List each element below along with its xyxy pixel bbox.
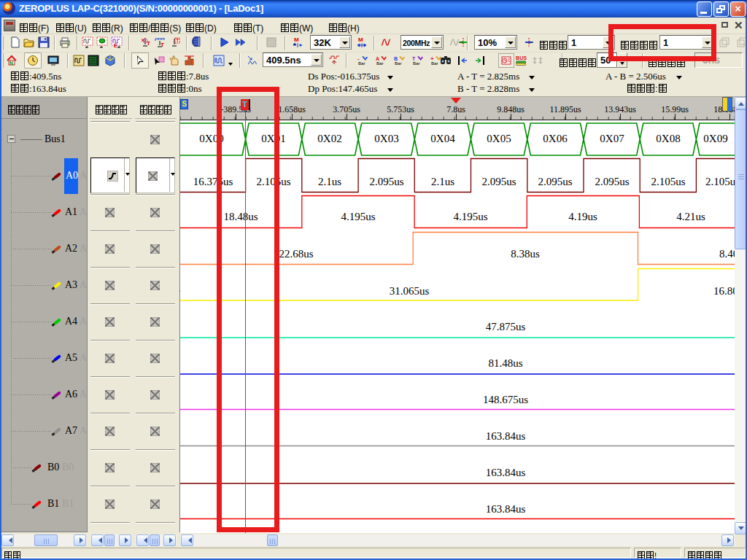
- svg-text:Bar: Bar: [395, 61, 402, 66]
- svg-text:Bar: Bar: [358, 61, 365, 66]
- svg-text:M: M: [358, 36, 363, 43]
- svg-text:M: M: [294, 36, 299, 43]
- svg-text:BUS: BUS: [516, 55, 527, 61]
- svg-text:N: N: [9, 61, 13, 66]
- svg-text:Bar: Bar: [376, 61, 384, 66]
- svg-text:E: E: [114, 43, 117, 48]
- svg-text:T: T: [160, 42, 164, 48]
- svg-text:T: T: [176, 38, 179, 43]
- svg-text:T: T: [147, 40, 150, 47]
- svg-text:Bar: Bar: [413, 61, 420, 66]
- svg-text:Bar: Bar: [431, 61, 438, 66]
